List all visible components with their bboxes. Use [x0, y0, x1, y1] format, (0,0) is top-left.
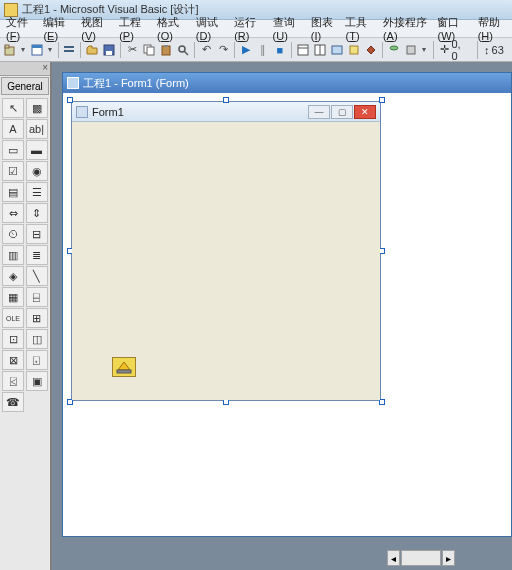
user6-icon[interactable]: ⍃	[2, 371, 24, 391]
svg-rect-10	[162, 46, 170, 55]
vscrollbar-icon[interactable]: ⇕	[26, 203, 48, 223]
optionbutton-icon[interactable]: ◉	[26, 161, 48, 181]
component-button[interactable]	[403, 41, 419, 59]
svg-rect-11	[164, 45, 168, 47]
picturebox-icon[interactable]: ▩	[26, 98, 48, 118]
toolbox: × General ↖▩Aab|▭▬☑◉▤☰⇔⇕⏲⊟▥≣◈╲▦⌸OLE⊞⊡◫⊠⌺…	[0, 62, 52, 570]
dirlistbox-icon[interactable]: ▥	[2, 245, 24, 265]
mdi-scroll-controls: ◂ ▸	[387, 550, 455, 566]
commandbutton-icon[interactable]: ▬	[26, 140, 48, 160]
data-icon[interactable]: ⌸	[26, 287, 48, 307]
menu-i[interactable]: 图表(I)	[307, 14, 340, 43]
shape-icon[interactable]: ◈	[2, 266, 24, 286]
form-layout-button[interactable]	[329, 41, 345, 59]
toolbox-close-button[interactable]: ×	[0, 62, 50, 76]
textbox-icon[interactable]: ab|	[26, 119, 48, 139]
add-project-button[interactable]	[2, 41, 18, 59]
menu-editor-button[interactable]	[61, 41, 77, 59]
menu-a[interactable]: 外接程序(A)	[379, 14, 432, 43]
redo-button[interactable]: ↷	[215, 41, 231, 59]
find-button[interactable]	[175, 41, 191, 59]
user5-icon[interactable]: ⌺	[26, 350, 48, 370]
form-designer[interactable]: Form1 — ▢ ✕	[71, 101, 381, 401]
user4-icon[interactable]: ⊠	[2, 350, 24, 370]
mdi-body: Form1 — ▢ ✕	[63, 93, 511, 536]
add-project-dropdown[interactable]: ▾	[19, 45, 28, 54]
svg-rect-14	[298, 45, 308, 55]
user2-icon[interactable]: ⊡	[2, 329, 24, 349]
mdi-title: 工程1 - Form1 (Form)	[83, 76, 189, 91]
end-button[interactable]: ■	[272, 41, 288, 59]
data-view-button[interactable]	[386, 41, 402, 59]
break-button[interactable]: ‖	[255, 41, 271, 59]
combobox-icon[interactable]: ▤	[2, 182, 24, 202]
user8-icon[interactable]: ☎	[2, 392, 24, 412]
frame-icon[interactable]: ▭	[2, 140, 24, 160]
placed-control[interactable]	[112, 357, 136, 377]
filelistbox-icon[interactable]: ≣	[26, 245, 48, 265]
timer-icon[interactable]: ⏲	[2, 224, 24, 244]
menu-h[interactable]: 帮助(H)	[474, 14, 510, 43]
hscrollbar-icon[interactable]: ⇔	[2, 203, 24, 223]
toolbox-button[interactable]	[363, 41, 379, 59]
menu-r[interactable]: 运行(R)	[230, 14, 266, 43]
form-icon	[67, 77, 79, 89]
open-button[interactable]	[84, 41, 100, 59]
user3-icon[interactable]: ◫	[26, 329, 48, 349]
svg-rect-21	[407, 46, 415, 54]
object-browser-button[interactable]	[346, 41, 362, 59]
svg-rect-4	[64, 46, 74, 48]
size-display: ↕63	[477, 41, 510, 59]
save-button[interactable]	[101, 41, 117, 59]
drivelistbox-icon[interactable]: ⊟	[26, 224, 48, 244]
cut-button[interactable]: ✂	[124, 41, 140, 59]
scroll-left-button[interactable]: ◂	[387, 550, 400, 566]
listbox-icon[interactable]: ☰	[26, 182, 48, 202]
svg-rect-9	[147, 47, 154, 55]
main-toolbar: ▾ ▾ ✂ ↶ ↷ ▶ ‖ ■ ▾ ✛0, 0 ↕63	[0, 38, 512, 62]
minimize-button[interactable]: —	[308, 105, 330, 119]
menu-p[interactable]: 工程(P)	[115, 14, 151, 43]
menu-u[interactable]: 查询(U)	[269, 14, 305, 43]
form-client-area[interactable]	[72, 122, 380, 400]
copy-button[interactable]	[141, 41, 157, 59]
scroll-right-button[interactable]: ▸	[442, 550, 455, 566]
maximize-button[interactable]: ▢	[331, 105, 353, 119]
user7-icon[interactable]: ▣	[26, 371, 48, 391]
pointer-icon[interactable]: ↖	[2, 98, 24, 118]
toolbox-tab-general[interactable]: General	[1, 77, 49, 95]
undo-button[interactable]: ↶	[198, 41, 214, 59]
user1-icon[interactable]: ⊞	[26, 308, 48, 328]
resize-handle[interactable]	[379, 97, 385, 103]
menu-d[interactable]: 调试(D)	[192, 14, 228, 43]
form-window: Form1 — ▢ ✕	[71, 101, 381, 401]
menu-e[interactable]: 编辑(E)	[39, 14, 75, 43]
project-explorer-button[interactable]	[295, 41, 311, 59]
properties-button[interactable]	[312, 41, 328, 59]
add-form-dropdown[interactable]: ▾	[46, 45, 55, 54]
menu-t[interactable]: 工具(T)	[341, 14, 376, 43]
svg-rect-5	[64, 50, 74, 52]
component-dropdown[interactable]: ▾	[420, 45, 429, 54]
resize-handle[interactable]	[67, 97, 73, 103]
image-icon[interactable]: ▦	[2, 287, 24, 307]
start-button[interactable]: ▶	[238, 41, 254, 59]
label-icon[interactable]: A	[2, 119, 24, 139]
menubar: 文件(F)编辑(E)视图(V)工程(P)格式(O)调试(D)运行(R)查询(U)…	[0, 20, 512, 38]
menu-v[interactable]: 视图(V)	[77, 14, 113, 43]
paste-button[interactable]	[158, 41, 174, 59]
ole-icon[interactable]: OLE	[2, 308, 24, 328]
form-titlebar[interactable]: Form1 — ▢ ✕	[72, 102, 380, 122]
checkbox-icon[interactable]: ☑	[2, 161, 24, 181]
close-button[interactable]: ✕	[354, 105, 376, 119]
svg-rect-22	[117, 370, 131, 373]
menu-o[interactable]: 格式(O)	[153, 14, 190, 43]
line-icon[interactable]: ╲	[26, 266, 48, 286]
add-form-button[interactable]	[29, 41, 45, 59]
coords-display: ✛0, 0	[433, 41, 472, 59]
menu-f[interactable]: 文件(F)	[2, 14, 37, 43]
scroll-track[interactable]	[401, 550, 441, 566]
designer-area: 工程1 - Form1 (Form) Form1	[52, 62, 512, 570]
resize-handle[interactable]	[223, 97, 229, 103]
mdi-titlebar[interactable]: 工程1 - Form1 (Form)	[63, 73, 511, 93]
